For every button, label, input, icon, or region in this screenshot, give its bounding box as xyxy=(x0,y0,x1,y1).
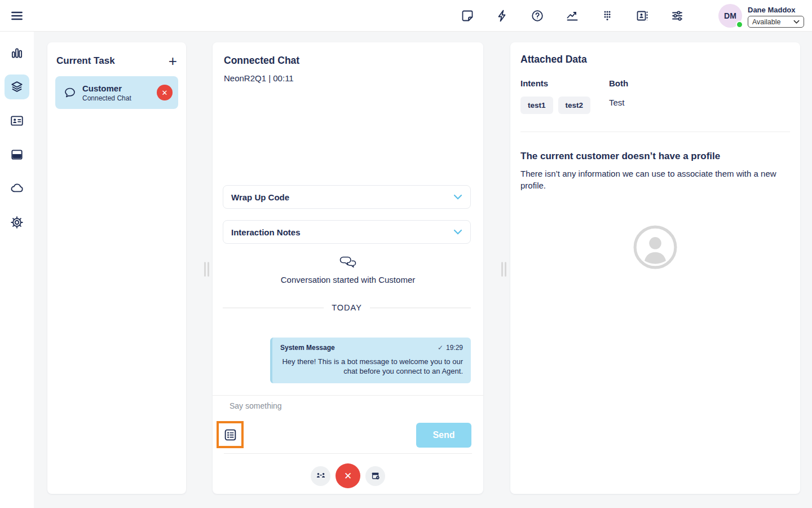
performance-icon[interactable] xyxy=(565,8,580,23)
both-value: Test xyxy=(609,98,628,107)
close-icon: ✕ xyxy=(344,470,352,482)
status-value: Available xyxy=(752,18,781,26)
actions-divider xyxy=(224,453,472,454)
sidebar-item-cloud[interactable] xyxy=(5,176,29,201)
chevron-down-icon xyxy=(793,20,800,24)
menu-icon[interactable] xyxy=(9,8,25,24)
gear-icon xyxy=(10,215,24,230)
chat-panel: Connected Chat NeonR2Q1 | 00:11 Wrap Up … xyxy=(213,42,483,494)
status-dot xyxy=(736,21,743,28)
delivered-check-icon: ✓ xyxy=(438,344,443,352)
task-type: Connected Chat xyxy=(82,94,157,102)
end-task-button[interactable]: ✕ xyxy=(157,85,173,100)
intent-chip: test1 xyxy=(520,97,553,114)
message-text: Hey there! This is a bot message to welc… xyxy=(280,357,463,376)
task-name: Customer xyxy=(82,84,157,93)
wrap-up-code-label: Wrap Up Code xyxy=(231,192,289,202)
interaction-notes-accordion[interactable]: Interaction Notes xyxy=(223,220,471,244)
no-profile-text: There isn’t any information we can use t… xyxy=(520,168,790,192)
chat-bubble-icon xyxy=(63,86,77,99)
wrap-up-code-accordion[interactable]: Wrap Up Code xyxy=(223,185,471,209)
avatar-initials: DM xyxy=(724,11,736,20)
preferences-icon[interactable] xyxy=(670,8,685,23)
wrapup-button[interactable] xyxy=(365,466,385,486)
end-chat-button[interactable]: ✕ xyxy=(336,463,360,488)
current-task-panel: Current Task + Customer Connected Chat ✕ xyxy=(47,42,186,494)
cloud-icon xyxy=(10,181,24,196)
status-dropdown[interactable]: Available xyxy=(748,16,804,28)
sidebar-item-directory[interactable] xyxy=(5,108,29,133)
chat-title: Connected Chat xyxy=(224,55,299,67)
message-input[interactable] xyxy=(230,401,455,410)
send-button[interactable]: Send xyxy=(416,423,471,448)
help-icon[interactable] xyxy=(530,8,545,23)
chevron-down-icon xyxy=(453,229,462,235)
both-label: Both xyxy=(609,78,628,88)
no-profile-title: The current customer doesn’t have a prof… xyxy=(520,151,720,162)
sidebar-item-interactions[interactable] xyxy=(5,75,29,99)
avatar[interactable]: DM xyxy=(718,4,742,28)
empty-profile-icon xyxy=(510,224,800,270)
canned-responses-button[interactable] xyxy=(222,426,239,443)
apps-window-icon xyxy=(10,147,24,162)
sidebar-item-apps[interactable] xyxy=(5,142,29,167)
add-task-button[interactable]: + xyxy=(169,55,177,67)
left-rail xyxy=(0,32,34,508)
message-time: 19:29 xyxy=(446,344,463,352)
directory-card-icon xyxy=(10,113,24,128)
close-icon: ✕ xyxy=(162,89,168,97)
user-block: DM Dane Maddox Available xyxy=(718,4,804,28)
conversation-bubbles-icon xyxy=(213,256,483,270)
chevron-down-icon xyxy=(453,194,462,200)
transfer-icon xyxy=(315,470,326,481)
contacts-icon[interactable] xyxy=(635,8,650,23)
annotation-highlight-box xyxy=(217,421,244,448)
sidebar-item-activity[interactable] xyxy=(5,41,29,65)
user-name: Dane Maddox xyxy=(748,6,804,14)
top-bar: DM Dane Maddox Available xyxy=(0,0,812,32)
day-divider: TODAY xyxy=(223,303,471,312)
activity-icon xyxy=(10,46,24,60)
message-sender: System Message xyxy=(280,344,335,352)
lightning-icon[interactable] xyxy=(495,8,510,23)
sidebar-item-settings[interactable] xyxy=(5,210,29,235)
composer-divider xyxy=(213,395,483,396)
note-icon[interactable] xyxy=(460,8,475,23)
panel-resize-handle[interactable] xyxy=(501,262,506,277)
day-divider-label: TODAY xyxy=(332,303,362,312)
system-message-bubble: System Message ✓ 19:29 Hey there! This i… xyxy=(270,338,471,383)
interactions-layers-icon xyxy=(10,80,24,94)
wrapup-box-icon xyxy=(370,470,381,481)
intent-chip: test2 xyxy=(558,97,591,114)
transfer-button[interactable] xyxy=(311,466,330,486)
attached-data-title: Attached Data xyxy=(520,54,587,65)
dialpad-icon[interactable] xyxy=(600,8,615,23)
current-task-title: Current Task xyxy=(56,55,115,67)
panel-resize-handle[interactable] xyxy=(204,262,209,277)
chat-subtitle: NeonR2Q1 | 00:11 xyxy=(224,73,294,83)
conversation-started-text: Conversation started with Customer xyxy=(213,275,483,284)
attached-data-panel: Attached Data Intents test1 test2 Both T… xyxy=(510,42,800,494)
interaction-notes-label: Interaction Notes xyxy=(231,227,301,237)
section-divider xyxy=(520,132,790,132)
intents-label: Intents xyxy=(520,78,590,88)
task-card-customer[interactable]: Customer Connected Chat ✕ xyxy=(55,76,178,109)
canned-responses-icon xyxy=(223,428,237,442)
